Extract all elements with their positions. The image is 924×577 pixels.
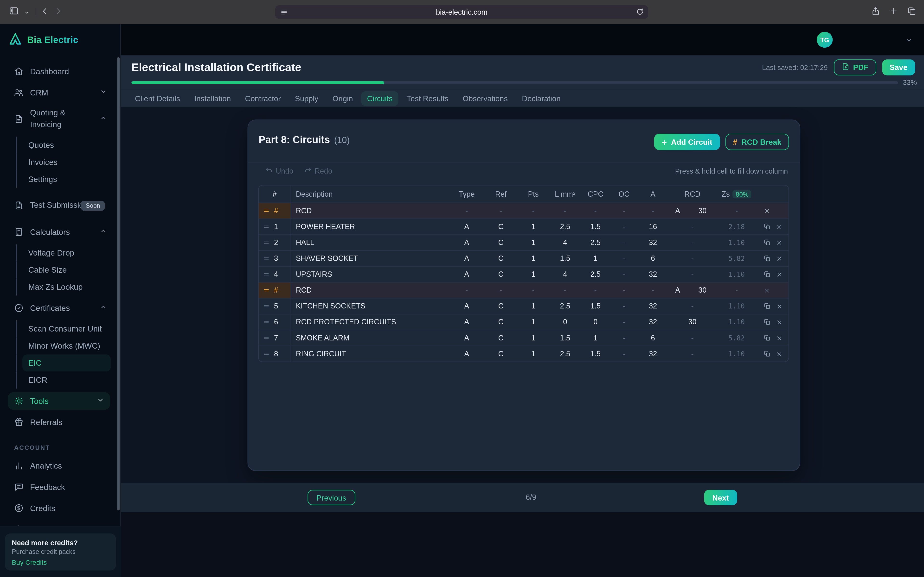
row-number-cell[interactable]: 1 (258, 219, 291, 234)
description-cell[interactable]: UPSTAIRS (291, 270, 449, 279)
tab-test-results[interactable]: Test Results (401, 91, 454, 106)
brand-logo[interactable]: Bia Electric (0, 24, 120, 55)
table-cell-empty[interactable]: - (517, 207, 549, 215)
pts-cell[interactable]: 1 (517, 318, 549, 326)
reload-icon[interactable] (636, 8, 644, 18)
rcd-cell[interactable]: - (668, 350, 717, 358)
drag-handle-icon[interactable] (263, 207, 270, 214)
rcd-break-button[interactable]: # RCD Break (725, 134, 789, 150)
oc-cell[interactable]: - (610, 270, 638, 279)
pts-cell[interactable]: 1 (517, 255, 549, 263)
rcd-cell[interactable]: - (668, 222, 717, 231)
pts-cell[interactable]: 1 (517, 334, 549, 342)
cpc-cell[interactable]: 0 (581, 318, 610, 326)
duplicate-row-icon[interactable] (764, 239, 771, 246)
table-cell-empty[interactable]: - (549, 286, 581, 294)
delete-row-icon[interactable] (776, 351, 782, 357)
reader-icon[interactable] (280, 8, 288, 18)
type-cell[interactable]: A (449, 222, 485, 231)
rcd-cell[interactable]: 30 (668, 318, 717, 326)
cpc-cell[interactable]: 1.5 (581, 222, 610, 231)
tab-overview-icon[interactable] (907, 6, 916, 18)
live-cell[interactable]: 0 (549, 318, 581, 326)
new-tab-icon[interactable] (889, 6, 898, 18)
duplicate-row-icon[interactable] (764, 223, 771, 230)
description-cell[interactable]: RING CIRCUIT (291, 350, 449, 358)
amps-cell[interactable]: 32 (638, 302, 667, 310)
sidebar-item-crm[interactable]: CRM (0, 84, 120, 101)
sidebar-item-quotes[interactable]: Quotes (0, 137, 120, 154)
pts-cell[interactable]: 1 (517, 222, 549, 231)
account-menu-chevron-icon[interactable] (905, 36, 913, 47)
rcd-cell[interactable]: - (668, 270, 717, 279)
sidebar-item-invoices[interactable]: Invoices (0, 154, 120, 171)
delete-row-icon[interactable] (776, 271, 782, 278)
type-cell[interactable]: A (449, 350, 485, 358)
undo-button[interactable]: Undo (265, 166, 293, 176)
sidebar-item-eic[interactable]: EIC (23, 355, 111, 371)
ref-cell[interactable]: C (485, 318, 517, 326)
pdf-button[interactable]: PDF (834, 60, 876, 75)
cpc-cell[interactable]: 1 (581, 255, 610, 263)
sidebar-item-eicr[interactable]: EICR (0, 371, 120, 388)
cpc-cell[interactable]: 1.5 (581, 302, 610, 310)
live-cell[interactable]: 1.5 (549, 255, 581, 263)
rcd-cell[interactable]: A30 (668, 286, 717, 294)
delete-row-icon[interactable] (764, 287, 770, 293)
pts-cell[interactable]: 1 (517, 239, 549, 247)
table-cell-empty[interactable]: - (517, 286, 549, 294)
save-button[interactable]: Save (882, 60, 915, 75)
next-button[interactable]: Next (704, 490, 737, 505)
chevron-down-icon[interactable] (97, 396, 105, 406)
buy-credits-link[interactable]: Buy Credits (12, 559, 109, 566)
sidebar-item-minor-works-mwc[interactable]: Minor Works (MWC) (0, 337, 120, 355)
amps-cell[interactable]: 16 (638, 222, 667, 231)
forward-icon[interactable] (54, 7, 62, 17)
row-number-cell[interactable]: 5 (258, 298, 291, 314)
sidebar-item-max-zs-lookup[interactable]: Max Zs Lookup (0, 279, 120, 295)
sidebar-item-voltage-drop[interactable]: Voltage Drop (0, 244, 120, 261)
rcd-cell[interactable]: A30 (668, 207, 717, 215)
type-cell[interactable]: A (449, 270, 485, 279)
sidebar-item-tools[interactable]: Tools (8, 392, 110, 410)
redo-button[interactable]: Redo (304, 166, 332, 176)
amps-cell[interactable]: 32 (638, 318, 667, 326)
oc-cell[interactable]: - (610, 350, 638, 358)
address-bar[interactable]: bia-electric.com (275, 5, 648, 19)
duplicate-row-icon[interactable] (764, 350, 771, 357)
previous-button[interactable]: Previous (307, 490, 355, 505)
tab-client-details[interactable]: Client Details (129, 91, 186, 106)
sidebar-item-settings[interactable]: Settings (0, 521, 120, 526)
drag-handle-icon[interactable] (263, 303, 270, 309)
row-number-cell[interactable]: 3 (258, 251, 291, 266)
row-number-cell[interactable]: # (258, 203, 291, 219)
table-cell-empty[interactable]: - (485, 207, 517, 215)
tab-origin[interactable]: Origin (326, 91, 359, 106)
description-cell[interactable]: SMOKE ALARM (291, 334, 449, 342)
chevron-up-icon[interactable] (100, 303, 107, 313)
ref-cell[interactable]: C (485, 239, 517, 247)
description-cell[interactable]: RCD (291, 207, 449, 215)
ref-cell[interactable]: C (485, 334, 517, 342)
table-cell-empty[interactable]: - (449, 207, 485, 215)
row-number-cell[interactable]: 2 (258, 235, 291, 250)
cpc-cell[interactable]: 2.5 (581, 270, 610, 279)
oc-cell[interactable]: - (610, 255, 638, 263)
amps-cell[interactable]: 32 (638, 270, 667, 279)
type-cell[interactable]: A (449, 302, 485, 310)
tab-contractor[interactable]: Contractor (239, 91, 287, 106)
type-cell[interactable]: A (449, 255, 485, 263)
cpc-cell[interactable]: 1 (581, 334, 610, 342)
description-cell[interactable]: POWER HEATER (291, 222, 449, 231)
sidebar-item-test-submissions[interactable]: Test SubmissionsSoon (0, 191, 120, 220)
type-cell[interactable]: A (449, 318, 485, 326)
oc-cell[interactable]: - (610, 302, 638, 310)
amps-cell[interactable]: 32 (638, 239, 667, 247)
row-number-cell[interactable]: # (258, 283, 291, 298)
duplicate-row-icon[interactable] (764, 255, 771, 262)
description-cell[interactable]: SHAVER SOCKET (291, 255, 449, 263)
sidebar-toggle-chevron-icon[interactable] (24, 7, 29, 17)
live-cell[interactable]: 2.5 (549, 222, 581, 231)
cpc-cell[interactable]: 2.5 (581, 239, 610, 247)
tab-observations[interactable]: Observations (457, 91, 514, 106)
